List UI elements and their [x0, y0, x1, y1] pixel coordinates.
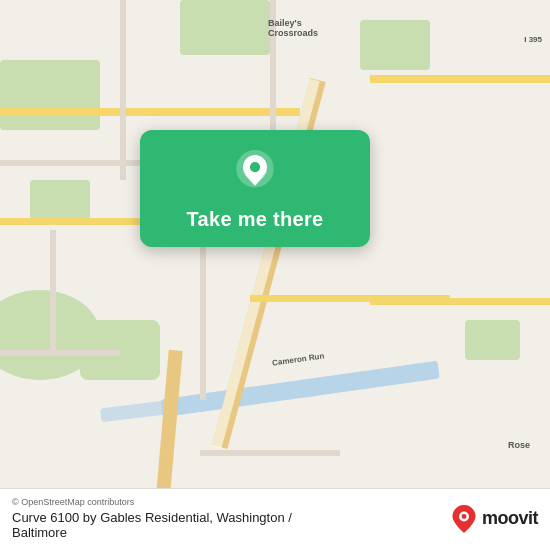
attribution-text: © OpenStreetMap contributors	[12, 497, 292, 507]
va7-road	[370, 75, 550, 83]
sr620-road	[50, 230, 56, 350]
svg-point-2	[250, 162, 260, 172]
svg-point-4	[462, 514, 467, 519]
moovit-brand-icon	[450, 505, 478, 533]
rose-label: Rose	[508, 440, 530, 450]
park-area-6	[360, 20, 430, 70]
horiz-road-2	[0, 350, 120, 356]
moovit-text: moovit	[482, 508, 538, 529]
park-area-4	[30, 180, 90, 220]
overlay-card: Take me there	[140, 130, 370, 247]
map-container: Bailey'sCrossroads VA 244 VA 244 VA 7 VA…	[0, 0, 550, 550]
park-area-3	[0, 60, 100, 130]
location-subtitle: Baltimore	[12, 525, 292, 540]
moovit-logo: moovit	[450, 505, 538, 533]
va244-road	[0, 108, 300, 116]
i395-shield-top: I 395	[524, 35, 542, 44]
va401-road	[250, 295, 450, 302]
location-title: Curve 6100 by Gables Residential, Washin…	[12, 510, 292, 525]
vert-road-1	[120, 0, 126, 180]
map-pin-icon	[232, 150, 278, 196]
bottom-bar: © OpenStreetMap contributors Curve 6100 …	[0, 488, 550, 550]
take-me-there-button[interactable]: Take me there	[187, 208, 324, 231]
horiz-road-3	[200, 450, 340, 456]
park-area-7	[465, 320, 520, 360]
park-area-5	[180, 0, 270, 55]
bottom-left-info: © OpenStreetMap contributors Curve 6100 …	[12, 497, 292, 540]
baileys-crossroads-label: Bailey'sCrossroads	[268, 18, 318, 38]
